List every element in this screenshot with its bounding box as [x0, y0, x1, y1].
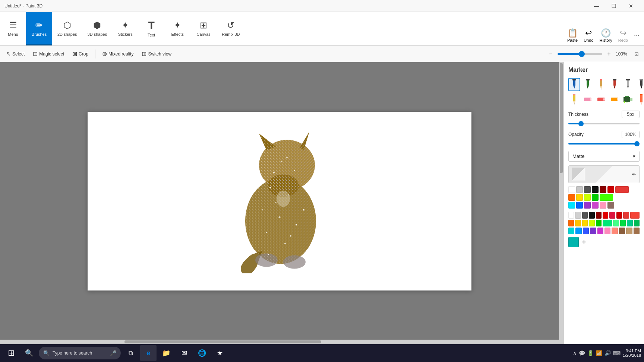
color-brown[interactable]	[607, 202, 614, 209]
cs-lime[interactable]	[589, 220, 594, 226]
color-lightgray[interactable]	[576, 186, 583, 193]
cs-tan[interactable]	[626, 228, 632, 234]
brush-marker-blue[interactable]	[568, 78, 580, 91]
cs-red2[interactable]	[603, 212, 608, 219]
color-brightgreen[interactable]	[600, 194, 613, 201]
matte-dropdown[interactable]: Matte ▾	[568, 151, 640, 162]
tab-text[interactable]: T Text	[138, 12, 164, 45]
color-blue[interactable]	[576, 202, 583, 209]
color-black[interactable]	[592, 186, 599, 193]
task-view-button[interactable]: ⧉	[122, 345, 139, 361]
cs-teal[interactable]	[627, 220, 632, 226]
zoom-out-button[interactable]: −	[546, 50, 555, 58]
brush-pencil-yellow[interactable]	[568, 93, 580, 106]
brush-dark[interactable]	[635, 78, 644, 91]
cs-cyan2[interactable]	[568, 228, 574, 234]
tab-remix3d[interactable]: ↺ Remix 3D	[217, 12, 245, 45]
tab-effects[interactable]: ✦ Effects	[164, 12, 190, 45]
taskbar-clock[interactable]: 3:41 PM 1/20/2018	[623, 349, 641, 358]
zoom-in-button[interactable]: +	[604, 50, 613, 58]
color-violet[interactable]	[592, 202, 599, 209]
taskbar-search-bar[interactable]: 🔍 Type here to search 🎤	[39, 347, 121, 359]
battery-icon[interactable]: 🔋	[587, 350, 594, 356]
tab-2dshapes[interactable]: ⬡ 2D shapes	[52, 12, 82, 45]
cs-brown2[interactable]	[619, 228, 625, 234]
cs-green4[interactable]	[634, 220, 640, 226]
color-red[interactable]	[607, 186, 614, 193]
cs-mint[interactable]	[613, 220, 619, 226]
cs-crimson[interactable]	[609, 212, 615, 219]
color-pink[interactable]	[600, 202, 606, 209]
vertical-scrollbar[interactable]	[559, 62, 564, 340]
color-purple[interactable]	[584, 202, 591, 209]
search-button[interactable]: 🔍	[21, 345, 37, 361]
cs-white[interactable]	[568, 212, 574, 219]
brush-hl-red[interactable]	[595, 93, 607, 106]
crop-button[interactable]: ⊠ Crop	[69, 48, 91, 60]
close-button[interactable]: ✕	[622, 0, 640, 12]
brush-pencil-brown[interactable]	[595, 78, 607, 91]
brush-gray[interactable]	[622, 78, 634, 91]
cs-green2[interactable]	[596, 220, 602, 226]
tab-3dshapes[interactable]: ⬢ 3D shapes	[82, 12, 113, 45]
minimize-button[interactable]: —	[588, 0, 605, 12]
mail-button[interactable]: ✉	[176, 345, 192, 361]
cs-gray[interactable]	[582, 212, 588, 219]
select-button[interactable]: ↖ Select	[3, 48, 28, 60]
volume-icon[interactable]: 🔊	[604, 350, 611, 356]
paste-button[interactable]: 📋 Paste	[567, 28, 578, 42]
cs-brown3[interactable]	[634, 228, 640, 234]
thickness-slider[interactable]	[568, 123, 640, 124]
start-button[interactable]: ⊞	[3, 345, 19, 361]
fit-view-button[interactable]: ⊡	[632, 50, 641, 58]
color-yellow[interactable]	[576, 194, 583, 201]
cs-yellow2[interactable]	[582, 220, 588, 226]
brush-hl-orange[interactable]	[609, 93, 621, 106]
brush-crayon[interactable]	[635, 93, 644, 106]
color-cyan[interactable]	[568, 202, 575, 209]
color-white[interactable]	[568, 186, 575, 193]
horizontal-scrollbar[interactable]	[0, 340, 564, 344]
maximize-button[interactable]: ❐	[605, 0, 622, 12]
color-darkgray[interactable]	[584, 186, 591, 193]
eyedropper-icon[interactable]: ✒	[631, 171, 636, 178]
explorer-button[interactable]: 📁	[158, 345, 174, 361]
cs-red3[interactable]	[616, 212, 622, 219]
color-brightred[interactable]	[615, 186, 629, 193]
color-swatch-preview[interactable]	[572, 168, 585, 181]
cs-salmon[interactable]	[612, 228, 618, 234]
brush-hl-pink[interactable]	[582, 93, 594, 106]
color-darkred[interactable]	[600, 186, 606, 193]
cs-brightgreen2[interactable]	[603, 220, 612, 226]
cs-green3[interactable]	[620, 220, 626, 226]
opacity-slider[interactable]	[568, 143, 640, 145]
tab-canvas[interactable]: ⊞ Canvas	[190, 12, 217, 45]
redo-button[interactable]: ↪ Redo	[618, 28, 628, 42]
add-color-button[interactable]: +	[582, 238, 586, 247]
cs-violet2[interactable]	[597, 228, 603, 234]
brush-glitter[interactable]: ✦✦	[622, 93, 634, 106]
history-button[interactable]: 🕐 History	[599, 28, 612, 42]
cs-silver[interactable]	[575, 212, 581, 219]
cs-blue2[interactable]	[575, 228, 581, 234]
mixed-reality-button[interactable]: ⊗ Mixed reality	[99, 48, 136, 60]
undo-button[interactable]: ↩ Undo	[584, 28, 593, 42]
chrome-button[interactable]: 🌐	[194, 345, 210, 361]
zoom-slider[interactable]	[558, 53, 602, 55]
color-yellowgreen[interactable]	[584, 194, 591, 201]
cs-black[interactable]	[589, 212, 594, 219]
vertical-scroll-thumb[interactable]	[560, 63, 563, 173]
tab-brushes[interactable]: ✏ Brushes	[26, 12, 52, 45]
brush-pen-green[interactable]	[582, 78, 594, 91]
notification-icon[interactable]: 💬	[579, 350, 585, 356]
cs-blue3[interactable]	[583, 228, 589, 234]
cs-orange2[interactable]	[568, 220, 574, 226]
chevron-up-icon[interactable]: ∧	[573, 350, 577, 356]
color-orange[interactable]	[568, 194, 575, 201]
switch-view-button[interactable]: ⊞ Switch view	[139, 48, 174, 60]
cs-red4[interactable]	[623, 212, 629, 219]
edge-button[interactable]: e	[140, 345, 157, 361]
cs-purple2[interactable]	[590, 228, 596, 234]
cs-amber[interactable]	[575, 220, 581, 226]
app-button[interactable]: ★	[212, 345, 228, 361]
